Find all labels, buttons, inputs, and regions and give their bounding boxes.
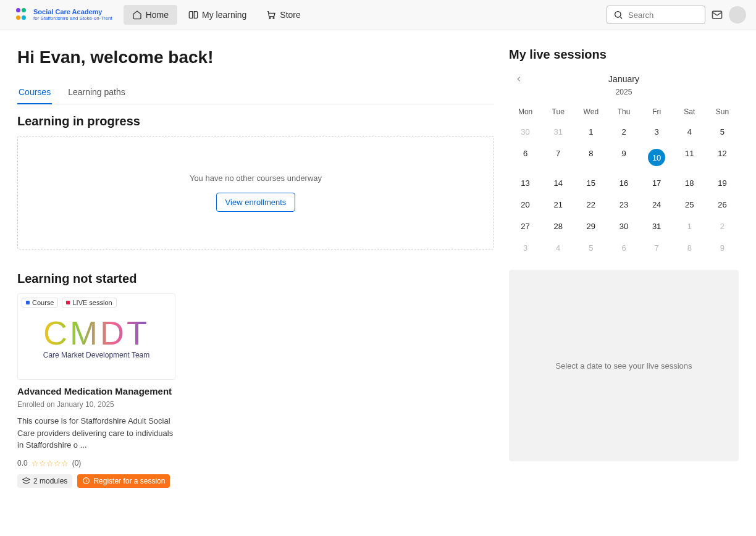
live-session-badge: LIVE session — [62, 298, 116, 308]
rating-value: 0.0 — [17, 459, 28, 467]
clock-icon — [82, 477, 90, 485]
calendar-year: 2025 — [509, 88, 739, 96]
course-type-badge: Course — [22, 298, 58, 308]
course-card: Course LIVE session CMDT Care Market Dev… — [17, 293, 175, 488]
calendar-dow: Fri — [640, 104, 673, 120]
calendar-day[interactable]: 4 — [673, 122, 706, 141]
calendar-day[interactable]: 1 — [673, 217, 706, 236]
tab-courses[interactable]: Courses — [17, 82, 52, 104]
app-header: Social Care Academy for Staffordshire an… — [0, 0, 756, 30]
main-nav: Home My learning Store — [124, 5, 309, 25]
register-session-button[interactable]: Register for a session — [77, 474, 170, 488]
mail-icon[interactable] — [710, 8, 724, 22]
calendar-day[interactable]: 21 — [542, 195, 574, 214]
course-title[interactable]: Advanced Medication Management — [17, 386, 175, 396]
svg-point-1 — [273, 17, 274, 19]
session-empty-message: Select a date to see your live sessions — [555, 361, 692, 371]
calendar-day[interactable]: 4 — [542, 238, 574, 258]
calendar-day[interactable]: 30 — [607, 217, 640, 236]
home-icon — [132, 10, 142, 20]
stack-icon — [22, 477, 30, 485]
view-enrollments-button[interactable]: View enrollments — [216, 193, 296, 212]
calendar-day[interactable]: 6 — [509, 144, 542, 171]
calendar-day[interactable]: 24 — [640, 195, 673, 214]
calendar-dow: Sun — [706, 104, 739, 120]
calendar: January 2025 MonTueWedThuFriSatSun303112… — [509, 74, 739, 258]
calendar-dow: Wed — [574, 104, 607, 120]
course-rating: 0.0 ☆☆☆☆☆ (0) — [17, 459, 175, 468]
calendar-day[interactable]: 2 — [607, 122, 640, 141]
calendar-day[interactable]: 5 — [706, 122, 739, 141]
logo-title: Social Care Academy — [33, 9, 112, 16]
calendar-day[interactable]: 7 — [542, 144, 574, 171]
calendar-day[interactable]: 18 — [673, 174, 706, 193]
modules-chip: 2 modules — [17, 474, 72, 488]
course-enrolled-date: Enrolled on January 10, 2025 — [17, 400, 175, 409]
calendar-dow: Thu — [607, 104, 640, 120]
calendar-day[interactable]: 3 — [509, 238, 542, 258]
nav-label: Home — [146, 10, 169, 20]
calendar-day[interactable]: 30 — [509, 122, 542, 141]
content-tabs: Courses Learning paths — [17, 82, 494, 104]
calendar-day[interactable]: 2 — [706, 217, 739, 236]
calendar-day[interactable]: 3 — [640, 122, 673, 141]
calendar-dow: Mon — [509, 104, 542, 120]
calendar-day[interactable]: 19 — [706, 174, 739, 193]
search-box[interactable] — [607, 6, 705, 24]
calendar-day[interactable]: 8 — [673, 238, 706, 258]
search-input[interactable] — [628, 10, 699, 20]
book-icon — [188, 10, 198, 20]
calendar-day[interactable]: 1 — [574, 122, 607, 141]
calendar-day[interactable]: 8 — [574, 144, 607, 171]
calendar-day[interactable]: 10 — [640, 144, 673, 171]
section-in-progress-title: Learning in progress — [17, 114, 494, 128]
cover-abbr: CMDT — [43, 316, 149, 350]
calendar-day[interactable]: 17 — [640, 174, 673, 193]
calendar-day[interactable]: 22 — [574, 195, 607, 214]
calendar-dow: Sat — [673, 104, 706, 120]
calendar-day[interactable]: 26 — [706, 195, 739, 214]
empty-message: You have no other courses underway — [190, 174, 322, 183]
calendar-day[interactable]: 27 — [509, 217, 542, 236]
cover-text: Care Market Development Team — [43, 351, 150, 359]
calendar-day[interactable]: 16 — [607, 174, 640, 193]
calendar-month: January — [608, 74, 639, 84]
calendar-day[interactable]: 13 — [509, 174, 542, 193]
nav-label: My learning — [202, 10, 246, 20]
nav-store[interactable]: Store — [258, 5, 309, 25]
calendar-day[interactable]: 6 — [607, 238, 640, 258]
welcome-heading: Hi Evan, welcome back! — [17, 48, 494, 67]
section-not-started-title: Learning not started — [17, 272, 494, 286]
chevron-left-icon — [514, 75, 523, 83]
calendar-day[interactable]: 31 — [542, 122, 574, 141]
course-cover[interactable]: Course LIVE session CMDT Care Market Dev… — [17, 293, 175, 380]
calendar-day[interactable]: 29 — [574, 217, 607, 236]
calendar-day[interactable]: 7 — [640, 238, 673, 258]
calendar-day[interactable]: 12 — [706, 144, 739, 171]
calendar-day[interactable]: 9 — [607, 144, 640, 171]
svg-point-0 — [269, 17, 271, 19]
calendar-day[interactable]: 28 — [542, 217, 574, 236]
calendar-day[interactable]: 31 — [640, 217, 673, 236]
live-sessions-title: My live sessions — [509, 48, 739, 62]
tab-learning-paths[interactable]: Learning paths — [67, 82, 127, 104]
in-progress-empty: You have no other courses underway View … — [17, 136, 494, 249]
calendar-day[interactable]: 15 — [574, 174, 607, 193]
avatar[interactable] — [729, 6, 746, 23]
nav-home[interactable]: Home — [124, 5, 177, 25]
calendar-day[interactable]: 14 — [542, 174, 574, 193]
calendar-day[interactable]: 23 — [607, 195, 640, 214]
calendar-dow: Tue — [542, 104, 574, 120]
calendar-day[interactable]: 20 — [509, 195, 542, 214]
logo-icon — [16, 8, 30, 22]
cart-icon — [266, 10, 276, 20]
calendar-prev-button[interactable] — [511, 72, 526, 86]
calendar-day[interactable]: 11 — [673, 144, 706, 171]
calendar-day[interactable]: 5 — [574, 238, 607, 258]
nav-my-learning[interactable]: My learning — [180, 5, 255, 25]
calendar-day[interactable]: 25 — [673, 195, 706, 214]
brand-logo[interactable]: Social Care Academy for Staffordshire an… — [10, 6, 119, 24]
calendar-day[interactable]: 9 — [706, 238, 739, 258]
search-icon — [613, 10, 623, 20]
logo-subtitle: for Staffordshire and Stoke-on-Trent — [33, 16, 112, 21]
